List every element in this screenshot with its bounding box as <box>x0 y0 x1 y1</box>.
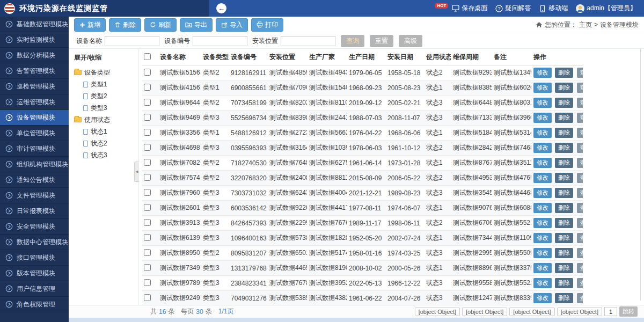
edit-button[interactable]: 修改 <box>533 263 552 273</box>
tree-node[interactable]: 类型3 <box>83 102 138 114</box>
edit-button[interactable]: 修改 <box>533 113 552 123</box>
row-delete-button[interactable]: 删除 <box>555 83 573 93</box>
pagination-button[interactable]: [object Object] <box>509 308 554 316</box>
save-desktop-link[interactable]: 保存桌面 <box>452 4 487 13</box>
install-location-input[interactable] <box>281 36 335 46</box>
search-button[interactable]: 查询 <box>341 35 364 47</box>
edit-button[interactable]: 修改 <box>533 278 552 288</box>
tree-node[interactable]: 状态2 <box>83 137 138 149</box>
row-checkbox[interactable] <box>144 189 151 196</box>
view-button[interactable]: 查看 <box>577 188 583 198</box>
tree-node[interactable]: 状态3 <box>83 149 138 161</box>
sidebar-item[interactable]: 单位管理模块 <box>0 126 69 141</box>
row-delete-button[interactable]: 删除 <box>555 68 573 78</box>
sidebar-item[interactable]: 文件管理模块 <box>0 188 69 203</box>
pagination-button[interactable]: [object Object] <box>462 308 507 316</box>
view-button[interactable]: 查看 <box>577 293 583 303</box>
tree-expand-toggle[interactable]: 展开/收缩 <box>74 53 138 62</box>
print-button[interactable]: 打印 <box>251 18 283 32</box>
edit-button[interactable]: 修改 <box>533 68 552 78</box>
view-button[interactable]: 查看 <box>577 143 583 153</box>
edit-button[interactable]: 修改 <box>533 128 552 138</box>
import-button[interactable]: 导入 <box>216 18 248 32</box>
row-checkbox[interactable] <box>144 264 151 271</box>
row-checkbox[interactable] <box>144 159 151 166</box>
row-delete-button[interactable]: 删除 <box>555 248 573 258</box>
edit-button[interactable]: 修改 <box>533 293 552 303</box>
edit-button[interactable]: 修改 <box>533 203 552 213</box>
view-button[interactable]: 查看 <box>577 158 583 168</box>
view-button[interactable]: 查看 <box>577 68 583 78</box>
edit-button[interactable]: 修改 <box>533 143 552 153</box>
view-button[interactable]: 查看 <box>577 248 583 258</box>
edit-button[interactable]: 修改 <box>533 188 552 198</box>
row-delete-button[interactable]: 删除 <box>555 128 573 138</box>
view-button[interactable]: 查看 <box>577 203 583 213</box>
sidebar-item[interactable]: 通知公告模块 <box>0 172 69 188</box>
sidebar-item[interactable]: 实时监测模块 <box>0 32 69 48</box>
select-all-checkbox[interactable] <box>144 53 151 60</box>
user-menu[interactable]: admin【管理员】 <box>576 4 636 13</box>
row-checkbox[interactable] <box>144 99 151 106</box>
row-delete-button[interactable]: 删除 <box>555 263 573 273</box>
view-button[interactable]: 查看 <box>577 83 583 93</box>
row-delete-button[interactable]: 删除 <box>555 233 573 243</box>
sidebar-item[interactable]: 数据中心管理模块 <box>0 235 69 250</box>
row-checkbox[interactable] <box>144 294 151 301</box>
mobile-link[interactable]: 移动端 <box>539 4 568 13</box>
row-checkbox[interactable] <box>144 114 151 121</box>
sidebar-item[interactable]: 告警管理模块 <box>0 63 69 79</box>
row-delete-button[interactable]: 删除 <box>555 113 573 123</box>
row-delete-button[interactable]: 删除 <box>555 293 573 303</box>
sidebar-item[interactable]: 巡检管理模块 <box>0 79 69 94</box>
row-delete-button[interactable]: 删除 <box>555 158 573 168</box>
tree-node[interactable]: 设备类型 <box>74 67 138 78</box>
view-button[interactable]: 查看 <box>577 128 583 138</box>
edit-button[interactable]: 修改 <box>533 98 552 108</box>
row-delete-button[interactable]: 删除 <box>555 173 573 183</box>
edit-button[interactable]: 修改 <box>533 158 552 168</box>
add-button[interactable]: 新增 <box>74 18 106 32</box>
row-delete-button[interactable]: 删除 <box>555 98 573 108</box>
sidebar-item[interactable]: 接口管理模块 <box>0 250 69 266</box>
tree-node[interactable]: 状态1 <box>83 126 138 137</box>
page-jump-input[interactable] <box>604 307 617 316</box>
sidebar-item[interactable]: 设备管理模块 <box>0 110 69 126</box>
back-arrow-icon[interactable]: ← <box>216 3 226 13</box>
refresh-button[interactable]: 刷新 <box>144 18 177 32</box>
row-checkbox[interactable] <box>144 234 151 241</box>
row-checkbox[interactable] <box>144 144 151 151</box>
delete-button[interactable]: 删除 <box>109 18 141 32</box>
row-checkbox[interactable] <box>144 84 151 91</box>
pagination-button[interactable]: [object Object] <box>415 308 460 316</box>
row-checkbox[interactable] <box>144 129 151 136</box>
view-button[interactable]: 查看 <box>577 173 583 183</box>
row-checkbox[interactable] <box>144 279 151 286</box>
export-button[interactable]: 导出 <box>180 18 213 32</box>
edit-button[interactable]: 修改 <box>533 248 552 258</box>
row-checkbox[interactable] <box>144 249 151 256</box>
tree-node[interactable]: 使用状态 <box>74 114 138 126</box>
sidebar-item[interactable]: 运维管理模块 <box>0 94 69 110</box>
tree-node[interactable]: 类型1 <box>83 78 138 90</box>
edit-button[interactable]: 修改 <box>533 83 552 93</box>
row-delete-button[interactable]: 删除 <box>555 203 573 213</box>
sidebar-item[interactable]: 日常报表模块 <box>0 203 69 219</box>
sidebar-item[interactable]: 用户信息管理 <box>0 281 69 297</box>
view-button[interactable]: 查看 <box>577 218 583 228</box>
row-delete-button[interactable]: 删除 <box>555 143 573 153</box>
sidebar-item[interactable]: 安全管理模块 <box>0 219 69 235</box>
view-button[interactable]: 查看 <box>577 263 583 273</box>
row-delete-button[interactable]: 删除 <box>555 188 573 198</box>
edit-button[interactable]: 修改 <box>533 233 552 243</box>
view-button[interactable]: 查看 <box>577 278 583 288</box>
sidebar-item[interactable]: 角色权限管理 <box>0 297 69 312</box>
view-button[interactable]: 查看 <box>577 98 583 108</box>
sidebar-item[interactable]: 版本管理模块 <box>0 266 69 281</box>
view-button[interactable]: 查看 <box>577 113 583 123</box>
qa-link[interactable]: ? 疑问解答 <box>495 4 531 13</box>
reset-button[interactable]: 重置 <box>370 35 393 47</box>
device-number-input[interactable] <box>193 36 247 46</box>
tree-node[interactable]: 类型2 <box>83 90 138 102</box>
row-checkbox[interactable] <box>144 204 151 211</box>
